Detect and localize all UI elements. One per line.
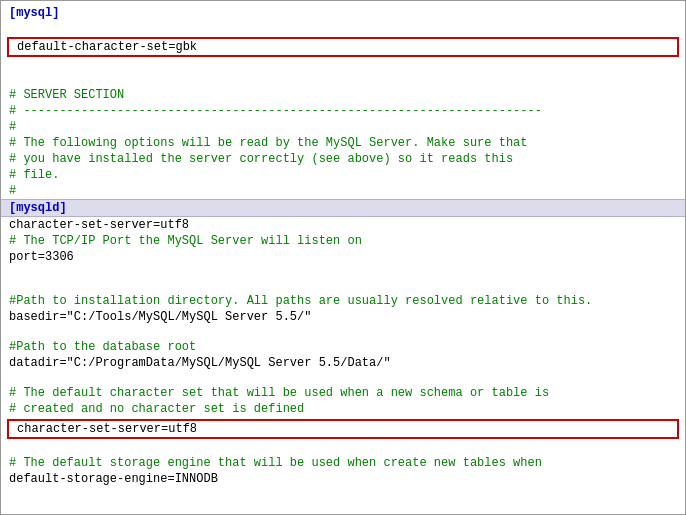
mysqld-section-divider: [mysqld]: [1, 199, 685, 217]
line-dashes: # --------------------------------------…: [1, 103, 685, 119]
line-empty-7: [1, 371, 685, 385]
line-port: port=3306: [1, 249, 685, 265]
line-default-storage-engine: default-storage-engine=INNODB: [1, 471, 685, 487]
line-empty-2: [1, 59, 685, 73]
line-basedir: basedir="C:/Tools/MySQL/MySQL Server 5.5…: [1, 309, 685, 325]
line-comment-default-charset-2: # created and no character set is define…: [1, 401, 685, 417]
line-empty-5: [1, 279, 685, 293]
line-charset-server: character-set-server=utf8: [1, 217, 685, 233]
line-empty-6: [1, 325, 685, 339]
line-comment-file: # file.: [1, 167, 685, 183]
line-comment-following: # The following options will be read by …: [1, 135, 685, 151]
line-comment-db-root: #Path to the database root: [1, 339, 685, 355]
highlight-default-charset: default-character-set=gbk: [7, 37, 679, 57]
line-hash-2: #: [1, 183, 685, 199]
editor-window: [mysql] default-character-set=gbk # SERV…: [0, 0, 686, 515]
line-default-charset: default-character-set=gbk: [9, 39, 677, 55]
line-mysqld-section: [mysqld]: [1, 200, 685, 216]
line-empty-8: [1, 441, 685, 455]
line-hash-1: #: [1, 119, 685, 135]
line-empty-1: [1, 21, 685, 35]
line-empty-4: [1, 265, 685, 279]
line-comment-installed: # you have installed the server correctl…: [1, 151, 685, 167]
line-mysql-section: [mysql]: [1, 5, 685, 21]
line-comment-storage-engine: # The default storage engine that will b…: [1, 455, 685, 471]
line-comment-tcpip: # The TCP/IP Port the MySQL Server will …: [1, 233, 685, 249]
line-charset-server-2: character-set-server=utf8: [9, 421, 677, 437]
line-comment-default-charset-1: # The default character set that will be…: [1, 385, 685, 401]
line-empty-3: [1, 73, 685, 87]
line-datadir: datadir="C:/ProgramData/MySQL/MySQL Serv…: [1, 355, 685, 371]
content-area[interactable]: [mysql] default-character-set=gbk # SERV…: [1, 1, 685, 491]
highlight-charset-server: character-set-server=utf8: [7, 419, 679, 439]
line-comment-path-install: #Path to installation directory. All pat…: [1, 293, 685, 309]
line-server-section-comment: # SERVER SECTION: [1, 87, 685, 103]
